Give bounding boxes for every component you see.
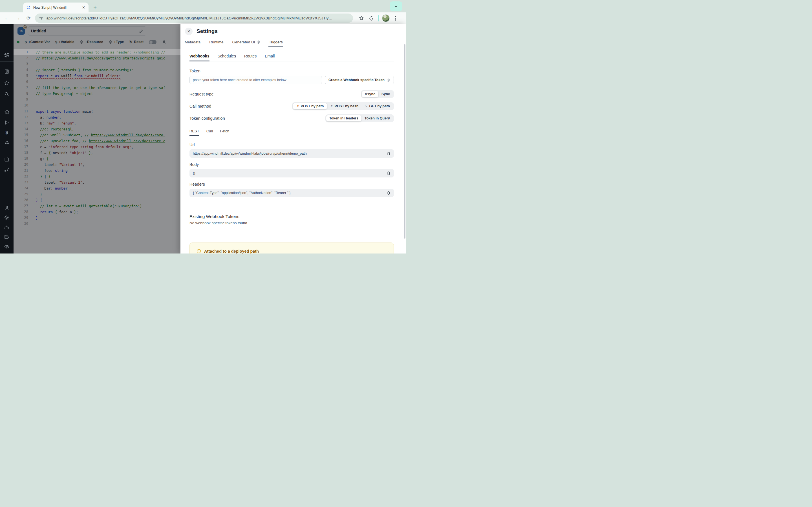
code-line[interactable]: 2// https://www.windmill.dev/docs/gettin… — [13, 55, 181, 61]
workspace-icon[interactable] — [0, 69, 13, 74]
browser-menu-icon[interactable] — [394, 15, 397, 22]
tune-icon[interactable] — [39, 16, 43, 20]
home-icon[interactable] — [0, 109, 13, 115]
body-value-field[interactable]: {} — [190, 169, 394, 177]
code-line[interactable]: 27 // let x = await wmill.getVariable('u… — [13, 203, 181, 209]
code-line[interactable]: 30 — [13, 221, 181, 227]
code-line[interactable]: 25 } — [13, 191, 181, 197]
url-text[interactable]: app.windmill.dev/scripts/add#JTdCJTIyaGF… — [46, 16, 332, 20]
code-line[interactable]: 11export async function main( — [13, 108, 181, 114]
folders-icon[interactable] — [0, 234, 13, 240]
tab-generated-ui[interactable]: Generated UI — [232, 39, 261, 47]
code-line[interactable]: 23 label: "Variant 2", — [13, 179, 181, 185]
tab-curl[interactable]: Curl — [206, 129, 213, 136]
search-icon[interactable] — [0, 91, 13, 97]
back-icon[interactable]: ← — [4, 16, 9, 20]
close-icon[interactable]: ✕ — [185, 27, 193, 35]
tab-metadata[interactable]: Metadata — [184, 39, 201, 47]
code-line[interactable]: 1// there are multiple modes to add as h… — [13, 49, 181, 55]
code-line[interactable]: 19 g: { — [13, 156, 181, 162]
new-tab-button[interactable]: + — [93, 3, 97, 12]
windmill-logo-icon[interactable] — [0, 52, 13, 58]
runs-icon[interactable] — [0, 120, 13, 125]
variables-icon[interactable]: $ — [0, 130, 13, 135]
post-by-path-option[interactable]: ↗ POST by path — [293, 103, 327, 109]
script-title-box[interactable]: Untitled — [28, 26, 146, 36]
add-context-var-button[interactable]: $ +Context Var — [25, 40, 50, 44]
code-line[interactable]: 6 — [13, 79, 181, 85]
settings-gear-icon[interactable] — [0, 215, 13, 221]
code-line[interactable]: 10 — [13, 103, 181, 108]
create-webhook-token-button[interactable]: Create a Webhook-specific Token — [325, 76, 394, 84]
code-line[interactable]: 24 bar: number — [13, 185, 181, 191]
code-line[interactable]: 29} — [13, 215, 181, 221]
code-line[interactable]: 12 a: number, — [13, 114, 181, 120]
code-line[interactable]: 5import * as wmill from "windmill-client… — [13, 73, 181, 79]
add-type-button[interactable]: +Type — [109, 40, 124, 44]
get-by-path-option[interactable]: ↘ GET by path — [361, 103, 393, 109]
tab-email[interactable]: Email — [265, 54, 274, 61]
line-number: 24 — [13, 185, 28, 191]
code-line[interactable]: 26) { — [13, 197, 181, 203]
person-icon[interactable] — [162, 40, 166, 44]
reload-icon[interactable]: ⟳ — [27, 16, 31, 20]
code-line[interactable]: 17 e = "inferred type string from defaul… — [13, 144, 181, 150]
sync-option[interactable]: Sync — [378, 91, 393, 97]
favorites-star-icon[interactable] — [0, 80, 13, 86]
code-line[interactable]: 15 //d: wmill.S3Object, // https://www.w… — [13, 132, 181, 138]
post-by-hash-option[interactable]: ↗ POST by hash — [327, 103, 362, 109]
browser-tab[interactable]: New Script | Windmill ✕ — [23, 3, 89, 12]
script-title[interactable]: Untitled — [31, 29, 46, 33]
forward-icon[interactable]: → — [15, 16, 20, 20]
token-input[interactable] — [190, 76, 322, 84]
code-line[interactable]: 4// import { toWords } from "number-to-w… — [13, 67, 181, 73]
code-line[interactable]: 9 — [13, 97, 181, 103]
edit-pencil-icon[interactable] — [139, 29, 143, 33]
tab-close-icon[interactable]: ✕ — [82, 5, 86, 10]
token-in-query-option[interactable]: Token in Query — [361, 115, 393, 121]
reset-button[interactable]: ↻ Reset — [129, 40, 144, 44]
diff-toggle[interactable] — [149, 40, 156, 44]
code-line[interactable]: 16 //d: DynSelect_foo, // https://www.wi… — [13, 138, 181, 144]
resources-icon[interactable] — [0, 140, 13, 146]
code-line[interactable]: 3 — [13, 61, 181, 67]
code-line[interactable]: 8// type Postgresql = object — [13, 91, 181, 97]
profile-avatar[interactable] — [382, 14, 390, 22]
code-line[interactable]: 28 return { foo: a }; — [13, 209, 181, 215]
code-line[interactable]: 14 //c: Postgresql, — [13, 126, 181, 132]
bookmark-star-icon[interactable] — [359, 15, 364, 21]
tab-rest[interactable]: REST — [190, 129, 199, 136]
code-editor[interactable]: 1// there are multiple modes to add as h… — [13, 46, 181, 227]
drawer-scrollbar[interactable] — [404, 44, 405, 238]
code-line[interactable]: 18 f = { nested: "object" }, — [13, 150, 181, 156]
users-icon[interactable] — [0, 205, 13, 211]
tab-schedules[interactable]: Schedules — [218, 54, 236, 61]
tab-routes[interactable]: Routes — [244, 54, 257, 61]
async-option[interactable]: Async — [362, 91, 378, 97]
extensions-icon[interactable] — [369, 16, 374, 21]
window-chevron-button[interactable] — [390, 1, 402, 11]
copy-clipboard-icon[interactable] — [387, 152, 391, 156]
tab-runtime[interactable]: Runtime — [209, 39, 224, 47]
tab-webhooks[interactable]: Webhooks — [190, 54, 209, 61]
address-bar[interactable]: app.windmill.dev/scripts/add#JTdCJTIyaGF… — [35, 13, 353, 23]
routes-icon[interactable] — [0, 167, 13, 173]
url-value-field[interactable]: https://app.windmill.dev/api/w/windmill-… — [190, 149, 394, 158]
copy-clipboard-icon[interactable] — [387, 191, 391, 195]
add-resource-button[interactable]: +Resource — [80, 40, 103, 44]
code-line[interactable]: 21 foo: string — [13, 168, 181, 173]
token-in-headers-option[interactable]: Token in Headers — [326, 115, 361, 121]
copy-clipboard-icon[interactable] — [387, 171, 391, 175]
headers-value-field[interactable]: { "Content-Type": "application/json", "A… — [190, 189, 394, 197]
code-line[interactable]: 13 b: "my" | "enum", — [13, 120, 181, 126]
tab-fetch[interactable]: Fetch — [220, 129, 230, 136]
audit-eye-icon[interactable] — [0, 244, 13, 249]
tab-triggers[interactable]: Triggers — [268, 39, 283, 47]
ai-robot-icon[interactable] — [0, 225, 13, 230]
code-line[interactable]: 22 } | { — [13, 173, 181, 179]
code-line[interactable]: 20 label: "Variant 1", — [13, 162, 181, 168]
add-variable-button[interactable]: $ +Variable — [55, 40, 74, 44]
code-line[interactable]: 7// fill the type, or use the +Resource … — [13, 85, 181, 91]
editor-toolbar: $ +Context Var $ +Variable +Resource +Ty… — [13, 38, 181, 46]
schedules-calendar-icon[interactable] — [0, 157, 13, 162]
